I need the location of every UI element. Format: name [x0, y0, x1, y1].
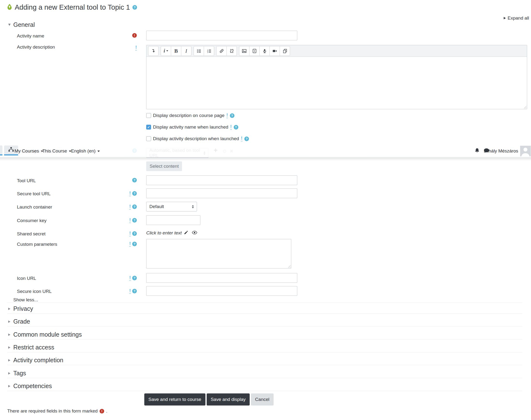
advanced-icon: ! — [129, 241, 131, 247]
paragraph-style-icon[interactable]: i — [161, 46, 171, 56]
section-activity-completion[interactable]: Activity completion — [8, 357, 63, 364]
eye-icon[interactable] — [192, 231, 197, 235]
media-icon[interactable] — [249, 46, 259, 56]
advanced-icon: ! — [135, 45, 137, 50]
section-collapsed-icon — [8, 346, 10, 349]
cancel-button[interactable]: Cancel — [251, 393, 273, 405]
bell-icon — [474, 148, 480, 154]
manage-files-icon[interactable] — [280, 46, 290, 56]
user-menu[interactable]: Mihály Mészáros — [484, 145, 518, 157]
display-activity-description-checkbox-row: Display activity description when launch… — [146, 136, 249, 142]
divider — [7, 326, 522, 327]
help-icon[interactable]: ? — [132, 191, 137, 196]
section-general-heading[interactable]: General — [8, 21, 35, 28]
secure-tool-url-label: Secure tool URL — [17, 191, 50, 196]
help-icon[interactable]: ? — [132, 218, 137, 223]
section-restrict-access[interactable]: Restrict access — [8, 344, 54, 351]
help-icon[interactable]: ? — [244, 136, 249, 141]
bold-icon[interactable]: B — [171, 46, 181, 56]
section-competencies[interactable]: Competencies — [8, 383, 52, 390]
bullet-list-icon[interactable] — [194, 46, 204, 56]
required-icon: ! — [100, 409, 104, 413]
page: Adding a new External tool to Topic 1 ? … — [0, 0, 531, 420]
section-tags[interactable]: Tags — [8, 370, 26, 377]
checkbox-unchecked[interactable] — [146, 113, 151, 118]
help-icon[interactable]: ? — [132, 231, 137, 236]
form-actions: Save and return to course Save and displ… — [144, 393, 273, 405]
checkbox-unchecked[interactable] — [146, 136, 151, 141]
page-title: Adding a new External tool to Topic 1 — [15, 3, 130, 11]
section-common-module-settings[interactable]: Common module settings — [8, 331, 82, 338]
section-privacy[interactable]: Privacy — [8, 305, 33, 312]
custom-parameters-label: Custom parameters — [17, 242, 57, 247]
help-icon[interactable]: ? — [132, 276, 137, 280]
nav-menu-this-course[interactable]: This Course — [42, 145, 71, 157]
tool-url-label: Tool URL — [17, 178, 36, 183]
select-arrows-icon — [192, 205, 194, 208]
help-icon[interactable]: ? — [132, 289, 137, 293]
icon-url-label: Icon URL — [17, 276, 36, 281]
display-activity-name-checkbox-row: ✓ Display activity name when launched ! … — [146, 124, 238, 130]
checkbox-label: Display activity name when launched — [153, 124, 228, 130]
section-grade[interactable]: Grade — [8, 318, 30, 325]
launch-container-select[interactable]: Default — [146, 202, 197, 211]
navbar: My Courses This Course English (en) Mihá… — [0, 145, 531, 157]
section-collapsed-icon — [8, 320, 10, 323]
sitemap-icon — [8, 147, 14, 153]
numbered-list-icon[interactable]: 123 — [204, 46, 214, 56]
select-content-button[interactable]: Select content — [146, 161, 182, 171]
divider — [7, 352, 522, 352]
help-icon[interactable]: ? — [234, 125, 238, 130]
required-icon: ! — [132, 33, 137, 38]
link-icon[interactable] — [216, 46, 227, 56]
show-less-link[interactable]: Show less... — [13, 297, 38, 302]
activity-name-input[interactable] — [146, 31, 297, 40]
record-video-icon[interactable] — [270, 46, 280, 56]
secure-icon-url-label: Secure icon URL — [17, 289, 52, 294]
edit-pencil-icon[interactable] — [184, 230, 188, 236]
nav-menu-my-courses[interactable]: My Courses — [15, 145, 43, 157]
advanced-icon: ! — [129, 218, 131, 223]
launch-container-label: Launch container — [17, 204, 52, 210]
consumer-key-input[interactable] — [146, 215, 200, 225]
help-icon[interactable]: ? — [132, 204, 137, 209]
save-and-display-button[interactable]: Save and display — [207, 393, 250, 405]
help-icon[interactable]: ? — [133, 5, 137, 10]
help-icon[interactable]: ? — [230, 113, 234, 118]
icon-url-input[interactable] — [146, 273, 297, 283]
record-audio-icon[interactable] — [259, 46, 270, 56]
external-tool-icon — [7, 4, 12, 11]
divider — [7, 378, 522, 378]
secure-tool-url-input[interactable] — [146, 189, 297, 198]
help-icon[interactable]: ? — [132, 242, 137, 246]
image-icon[interactable] — [239, 46, 249, 56]
resize-handle[interactable] — [287, 265, 290, 268]
resize-handle[interactable] — [523, 105, 526, 108]
help-icon[interactable]: ? — [132, 178, 137, 182]
editor-text-area[interactable] — [147, 57, 527, 109]
advanced-icon: ! — [230, 124, 232, 130]
custom-parameters-textarea[interactable] — [146, 239, 291, 269]
divider — [7, 365, 522, 365]
unlink-icon[interactable] — [227, 46, 237, 56]
save-and-return-button[interactable]: Save and return to course — [144, 393, 205, 405]
section-collapsed-icon — [8, 385, 10, 387]
notifications-button[interactable] — [474, 145, 480, 157]
advanced-icon: ! — [129, 231, 131, 236]
page-header: Adding a new External tool to Topic 1 ? — [7, 3, 137, 11]
shared-secret-placeholder[interactable]: Click to enter text — [146, 230, 182, 236]
expand-all-icon — [504, 17, 506, 19]
advanced-icon: ! — [129, 204, 131, 210]
nav-tab-partial[interactable] — [0, 146, 2, 155]
expand-all-link[interactable]: Expand all — [504, 15, 529, 21]
avatar[interactable] — [520, 146, 531, 156]
checkbox-checked[interactable]: ✓ — [146, 125, 151, 130]
italic-icon[interactable]: I — [181, 46, 191, 56]
display-description-checkbox-row: Display description on course page ! ? — [146, 113, 234, 119]
nav-menu-language[interactable]: English (en) — [71, 145, 100, 157]
secure-icon-url-input[interactable] — [146, 286, 297, 296]
section-collapsed-icon — [8, 308, 10, 310]
tool-url-input[interactable] — [146, 175, 297, 185]
divider — [7, 339, 522, 340]
collapse-toolbar-icon[interactable] — [148, 46, 159, 56]
